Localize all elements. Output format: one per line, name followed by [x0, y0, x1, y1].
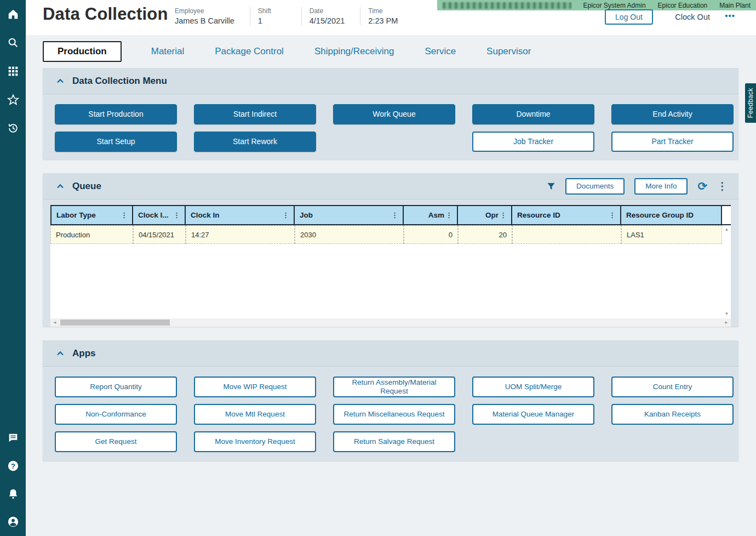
column-menu-icon[interactable]: ⋮ — [444, 211, 454, 219]
start-production-button[interactable]: Start Production — [55, 104, 177, 124]
user-account-icon[interactable] — [7, 515, 20, 528]
non-conformance-button[interactable]: Non-Conformance — [55, 404, 177, 425]
horizontal-scrollbar[interactable]: ◄ ► — [50, 318, 731, 327]
collapse-chevron-icon[interactable] — [56, 349, 65, 358]
move-inventory-request-button[interactable]: Move Inventory Request — [194, 431, 316, 452]
tab-material[interactable]: Material — [150, 42, 185, 61]
column-menu-icon[interactable]: ⋮ — [499, 211, 508, 219]
start-rework-button[interactable]: Start Rework — [194, 132, 316, 152]
start-setup-button[interactable]: Start Setup — [55, 132, 177, 152]
help-icon[interactable]: ? — [7, 459, 20, 472]
queue-grid-empty-area — [50, 244, 723, 318]
tab-service[interactable]: Service — [423, 42, 457, 61]
column-menu-icon[interactable]: ⋮ — [281, 211, 290, 219]
field-value: 2:23 PM — [368, 16, 398, 25]
scroll-up-icon[interactable]: ▲ — [725, 227, 729, 232]
panel-header-apps: Apps — [43, 340, 738, 367]
column-header-opr[interactable]: Opr⋮ — [458, 206, 512, 224]
column-header-resource-group-id[interactable]: Resource Group ID — [621, 206, 722, 224]
scroll-down-icon[interactable]: ▼ — [725, 312, 729, 316]
env-site: Main Plant — [719, 2, 751, 9]
feedback-tab[interactable]: Feedback — [745, 83, 756, 123]
redacted-url-block — [443, 2, 571, 9]
app-root: ? Data Collection EmployeeJames B Carvil… — [0, 0, 756, 536]
column-label: Clock I... — [138, 211, 169, 219]
queue-grid: Labor Type⋮Clock I...⋮Clock In⋮Job⋮Asm⋮O… — [50, 205, 731, 327]
material-queue-manager-button[interactable]: Material Queue Manager — [472, 404, 594, 425]
column-menu-icon[interactable]: ⋮ — [608, 211, 617, 219]
column-header-job[interactable]: Job⋮ — [295, 206, 404, 224]
chat-icon[interactable] — [7, 431, 20, 444]
get-request-button[interactable]: Get Request — [55, 431, 177, 452]
field-label: Employee — [175, 7, 234, 15]
count-entry-button[interactable]: Count Entry — [611, 377, 734, 397]
collapse-chevron-icon[interactable] — [56, 77, 65, 85]
main-tabs: ProductionMaterialPackage ControlShippin… — [26, 35, 756, 68]
start-indirect-button[interactable]: Start Indirect — [194, 104, 316, 124]
cell-clock-i: 04/15/2021 — [133, 225, 186, 244]
page-header: Data Collection EmployeeJames B Carville… — [26, 0, 756, 35]
tab-package-control[interactable]: Package Control — [214, 42, 285, 61]
panel-title-apps: Apps — [72, 348, 96, 359]
horizontal-scroll-thumb[interactable] — [60, 320, 170, 326]
job-tracker-button[interactable]: Job Tracker — [472, 132, 594, 152]
tab-production[interactable]: Production — [43, 41, 122, 62]
cell-job: 2030 — [295, 225, 404, 244]
column-label: Asm — [428, 211, 444, 219]
log-out-button[interactable]: Log Out — [605, 9, 653, 25]
column-header-clock-i[interactable]: Clock I...⋮ — [133, 206, 186, 224]
downtime-button[interactable]: Downtime — [472, 104, 594, 124]
search-icon[interactable] — [7, 36, 20, 49]
menu-button-grid: Start ProductionStart IndirectWork Queue… — [43, 94, 738, 159]
vertical-scrollbar[interactable]: ▲ ▼ — [723, 225, 731, 318]
work-queue-button[interactable]: Work Queue — [333, 104, 455, 124]
column-header-asm[interactable]: Asm⋮ — [404, 206, 458, 224]
left-sidebar: ? — [0, 0, 26, 536]
return-miscellaneous-request-button[interactable]: Return Miscellaneous Request — [333, 404, 455, 425]
filter-icon[interactable] — [547, 182, 555, 191]
kanban-receipts-button[interactable]: Kanban Receipts — [611, 404, 734, 425]
cell-clock-in: 14:27 — [186, 225, 295, 244]
column-header-clock-in[interactable]: Clock In⋮ — [186, 206, 295, 224]
history-icon[interactable] — [7, 122, 20, 135]
move-mtl-request-button[interactable]: Move Mtl Request — [194, 404, 316, 425]
uom-split-merge-button[interactable]: UOM Split/Merge — [472, 377, 594, 397]
return-assembly-material-request-button[interactable]: Return Assembly/Material Request — [333, 377, 455, 397]
panel-header-queue: Queue Documents More Info ⟳ ⋮ — [43, 173, 738, 199]
column-menu-icon[interactable]: ⋮ — [390, 211, 399, 219]
report-quantity-button[interactable]: Report Quantity — [55, 377, 177, 397]
tab-supervisor[interactable]: Supervisor — [485, 42, 532, 61]
favorites-star-icon[interactable] — [7, 93, 20, 106]
scroll-left-icon[interactable]: ◄ — [53, 321, 57, 325]
documents-button[interactable]: Documents — [565, 178, 625, 195]
panel-title-queue: Queue — [72, 181, 101, 192]
more-info-button[interactable]: More Info — [634, 178, 688, 195]
session-field-employee: EmployeeJames B Carville — [175, 7, 250, 25]
clock-out-button[interactable]: Clock Out — [675, 13, 710, 21]
apps-grid-icon[interactable] — [7, 65, 20, 78]
table-row[interactable]: Production04/15/202114:272030020LAS1 — [50, 225, 723, 244]
return-salvage-request-button[interactable]: Return Salvage Request — [333, 431, 455, 452]
column-label: Job — [300, 211, 313, 219]
tab-shipping-receiving[interactable]: Shipping/Receiving — [313, 42, 396, 61]
column-label: Labor Type — [56, 211, 96, 219]
column-header-resource-id[interactable]: Resource ID⋮ — [512, 206, 621, 224]
panel-queue: Queue Documents More Info ⟳ ⋮ Labor Type… — [43, 173, 738, 327]
collapse-chevron-icon[interactable] — [56, 182, 65, 191]
session-field-date: Date4/15/2021 — [310, 7, 361, 25]
field-value: 4/15/2021 — [310, 16, 345, 25]
column-header-labor-type[interactable]: Labor Type⋮ — [50, 206, 133, 224]
scroll-right-icon[interactable]: ► — [724, 321, 729, 325]
field-value: 1 — [258, 16, 286, 25]
notifications-bell-icon[interactable] — [7, 487, 20, 500]
panel-overflow-icon[interactable]: ⋮ — [717, 181, 728, 191]
refresh-icon[interactable]: ⟳ — [697, 180, 707, 192]
end-activity-button[interactable]: End Activity — [611, 104, 734, 124]
column-menu-icon[interactable]: ⋮ — [119, 211, 129, 219]
overflow-menu-icon[interactable]: ••• — [725, 11, 735, 20]
home-icon[interactable] — [7, 8, 20, 21]
column-menu-icon[interactable]: ⋮ — [172, 211, 181, 219]
column-label: Resource Group ID — [626, 211, 694, 219]
move-wip-request-button[interactable]: Move WIP Request — [194, 377, 316, 397]
part-tracker-button[interactable]: Part Tracker — [611, 132, 734, 152]
